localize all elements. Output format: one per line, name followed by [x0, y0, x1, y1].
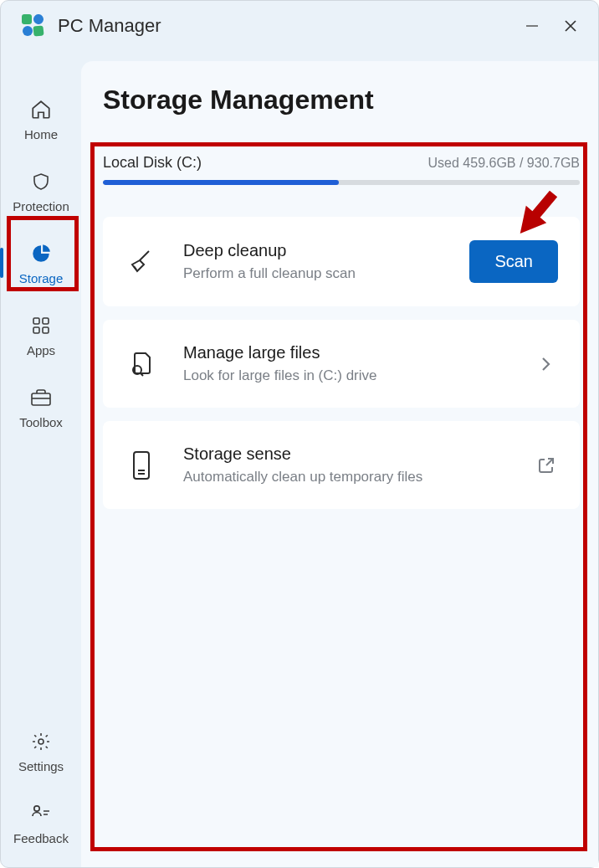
sidebar-item-home[interactable]: Home [8, 83, 74, 155]
toolbox-icon [28, 385, 54, 410]
card-subtitle: Automatically clean up temporary files [183, 469, 509, 485]
svg-rect-3 [33, 25, 44, 36]
card-texts: Deep cleanup Perform a full cleanup scan [183, 241, 444, 282]
large-files-icon [125, 347, 158, 381]
svg-line-15 [140, 251, 149, 260]
svg-rect-19 [134, 452, 149, 479]
svg-rect-0 [22, 14, 32, 24]
svg-point-13 [38, 739, 44, 744]
app-window: PC Manager Home [0, 0, 599, 868]
sidebar-item-label: Apps [27, 343, 55, 357]
card-title: Manage large files [183, 343, 509, 362]
disk-usage-fill [103, 180, 339, 185]
svg-point-14 [34, 805, 39, 810]
disk-usage: Used 459.6GB / 930.7GB [428, 156, 580, 171]
sidebar-item-label: Settings [18, 759, 64, 773]
card-texts: Storage sense Automatically clean up tem… [183, 444, 509, 485]
card-title: Deep cleanup [183, 241, 444, 260]
sidebar: Home Protection Storage [1, 51, 81, 867]
svg-rect-7 [33, 318, 39, 324]
card-manage-large-files[interactable]: Manage large files Look for large files … [103, 320, 580, 408]
cards: Deep cleanup Perform a full cleanup scan… [103, 217, 580, 509]
svg-rect-10 [43, 327, 49, 333]
apps-icon [28, 313, 54, 338]
card-texts: Manage large files Look for large files … [183, 343, 509, 384]
app-logo-icon [21, 13, 46, 39]
window-controls [513, 7, 590, 45]
card-subtitle: Look for large files in (C:) drive [183, 367, 509, 384]
card-deep-cleanup: Deep cleanup Perform a full cleanup scan… [103, 217, 580, 306]
svg-line-22 [546, 459, 553, 465]
svg-line-16 [134, 266, 136, 270]
svg-rect-9 [33, 327, 39, 333]
sidebar-item-toolbox[interactable]: Toolbox [8, 371, 74, 443]
sidebar-item-feedback[interactable]: Feedback [8, 787, 74, 859]
page-title: Storage Management [103, 85, 580, 116]
sidebar-item-settings[interactable]: Settings [8, 715, 74, 787]
sidebar-item-protection[interactable]: Protection [8, 155, 74, 227]
sidebar-item-label: Toolbox [19, 415, 63, 429]
sidebar-item-label: Feedback [13, 831, 69, 845]
broom-icon [125, 245, 158, 279]
sidebar-item-apps[interactable]: Apps [8, 299, 74, 371]
card-title: Storage sense [183, 444, 509, 464]
card-storage-sense[interactable]: Storage sense Automatically clean up tem… [103, 421, 580, 509]
pie-chart-icon [28, 241, 54, 266]
content-area: Storage Management Local Disk (C:) Used … [81, 61, 598, 867]
svg-point-2 [23, 26, 33, 36]
close-button[interactable] [551, 7, 590, 45]
disk-summary-row: Local Disk (C:) Used 459.6GB / 930.7GB [103, 154, 580, 172]
titlebar: PC Manager [1, 1, 598, 51]
gear-icon [28, 729, 54, 754]
sidebar-item-storage[interactable]: Storage [8, 227, 74, 299]
app-title: PC Manager [58, 15, 513, 37]
home-icon [28, 97, 54, 122]
storage-device-icon [125, 449, 158, 482]
svg-rect-1 [33, 14, 44, 25]
disk-name: Local Disk (C:) [103, 154, 202, 172]
sidebar-item-label: Protection [13, 199, 69, 213]
sidebar-item-label: Home [24, 127, 58, 141]
disk-usage-bar [103, 180, 580, 185]
chevron-right-icon [535, 352, 558, 376]
open-external-icon [535, 454, 558, 477]
svg-rect-11 [32, 393, 50, 405]
scan-button[interactable]: Scan [469, 240, 558, 283]
feedback-icon [28, 801, 54, 826]
shield-icon [28, 169, 54, 194]
card-subtitle: Perform a full cleanup scan [183, 265, 444, 282]
body: Home Protection Storage [1, 51, 598, 867]
minimize-button[interactable] [513, 7, 551, 45]
svg-rect-8 [43, 318, 49, 324]
sidebar-item-label: Storage [19, 271, 64, 285]
